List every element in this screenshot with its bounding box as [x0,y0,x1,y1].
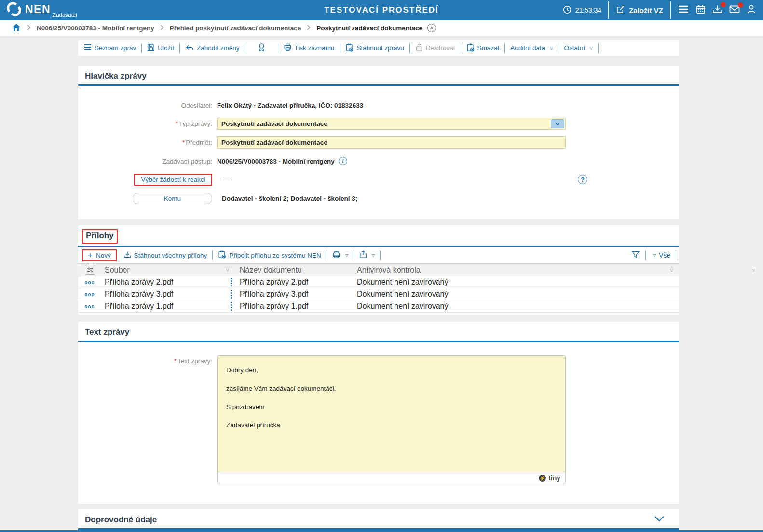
clipboard-delete-icon [466,43,475,53]
chevron-right-icon [160,25,164,32]
printer-icon [284,43,292,53]
dropdown-arrow-icon: ▽ [653,253,656,258]
unlock-icon [415,43,423,53]
expand-chevron-down-icon[interactable] [654,515,665,524]
attachment-row[interactable]: ooo Příloha zprávy 3.pdf Příloha zprávy … [78,288,679,300]
message-text-panel: Text zprávy *Text zprávy: Dobrý den, zas… [78,322,679,504]
session-time: 21:53:34 [575,6,602,14]
show-all-button[interactable]: Vše [659,251,670,259]
breadcrumb-item-overview[interactable]: Přehled poskytnutí zadávací dokumentace [170,25,301,32]
calendar-button[interactable] [696,4,706,16]
downloads-button[interactable] [712,4,722,16]
top-header: NEN Zadavatel TESTOVACÍ PROSTŘEDÍ 21:53:… [0,0,763,20]
printer-icon [332,251,341,260]
main-content: Seznam zpráv Uložit Zahodit změny [78,40,679,532]
breadcrumb-item-current: Poskytnutí zadávací dokumentace [316,25,422,32]
discard-changes-button[interactable]: Zahodit změny [185,44,240,53]
attachment-row[interactable]: ooo Příloha zprávy 1.pdf Příloha zprávy … [78,300,679,313]
nen-home-logo[interactable]: NEN Zadavatel [7,2,77,18]
attachments-panel: Přílohy + Nový Stáhnout všechny přílohy [78,225,679,315]
accompanying-data-panel: Doprovodné údaje [78,509,679,530]
attachments-filter-controls: ▽ Vše [631,250,677,260]
request-selection-button[interactable]: Výběr žádostí k reakci [134,174,212,186]
rich-text-editor: Dobrý den, zasíláme Vám zadávací dokumen… [217,355,566,484]
record-toolbar: Seznam zpráv Uložit Zahodit změny [78,40,679,56]
close-tab-icon[interactable]: ✕ [427,24,436,32]
session-clock: 21:53:34 [563,5,602,15]
breadcrumb-item-procedure[interactable]: N006/25/V00003783 - Mobilní rentgeny [37,25,154,32]
other-actions-button[interactable]: Ostatní ▽ [564,44,593,52]
print-attachments-button[interactable]: ▽ [332,251,348,260]
recipients-button[interactable]: Komu [133,193,212,204]
procedure-value: N006/25/V00003783 - Mobilní rentgeny i [217,157,347,165]
filter-funnel-icon[interactable] [631,250,640,260]
message-text-input[interactable]: Dobrý den, zasíláme Vám zadávací dokumen… [218,356,565,472]
subject-input[interactable]: Poskytnutí zadávací dokumentace [217,136,566,149]
tinymce-logo-icon: ⚡ [539,475,546,482]
audit-data-button[interactable]: Auditní data ▽ [510,44,553,52]
tinymce-brand[interactable]: tiny [548,474,560,482]
message-text-label: *Text zprávy: [78,355,217,365]
help-icon[interactable]: ? [578,175,587,184]
user-profile-button[interactable] [747,4,756,16]
toolbar-separator [354,250,354,260]
certificate-button[interactable] [258,43,266,53]
delete-button[interactable]: Smazat [466,43,500,53]
filter-arrow-icon[interactable]: ▽ [670,268,673,272]
row-menu-icon[interactable]: ooo [84,292,95,297]
hamburger-icon [678,5,689,15]
row-menu-icon[interactable]: ooo [84,304,95,309]
column-header-antivirus[interactable]: Antivirová kontrola ▽ [352,266,679,274]
share-export-icon [359,250,367,260]
message-type-select[interactable]: Poskytnutí zadávací dokumentace [217,118,566,130]
download-message-button[interactable]: Stáhnout zprávu [345,43,404,53]
message-type-label: *Typ zprávy: [78,120,217,127]
create-vz-button[interactable]: Založit VZ [616,5,663,16]
column-drag-handle-icon[interactable] [231,302,232,311]
required-marker: * [174,357,177,365]
info-icon[interactable]: i [339,157,347,165]
row-menu-icon[interactable]: ooo [84,280,95,285]
message-header-panel: Hlavička zprávy Odesílatel: Felix Okátý … [78,66,679,219]
filter-arrow-icon[interactable]: ▽ [226,268,229,272]
section-title-accompanying: Doprovodné údaje [78,509,157,528]
menu-button[interactable] [678,5,689,15]
message-type-row: *Typ zprávy: Poskytnutí zadávací dokumen… [78,118,679,130]
column-drag-handle-icon[interactable] [231,278,232,286]
toolbar-separator [245,43,245,53]
attachment-row[interactable]: ooo Příloha zprávy 2.pdf Příloha zprávy … [78,276,679,288]
column-settings-icon[interactable] [85,265,95,275]
column-header-document-name[interactable]: Název dokumentu ▽ [235,266,352,274]
chevron-right-icon [27,25,31,32]
antivirus-cell: Dokument není zavirovaný [352,278,679,286]
export-attachments-button[interactable]: ▽ [359,250,375,260]
required-marker: * [182,139,185,146]
attach-from-nen-button[interactable]: Připojit přílohu ze systému NEN [218,250,321,260]
select-chevron-down-icon[interactable] [551,119,564,128]
message-list-button[interactable]: Seznam zpráv [84,44,136,52]
column-drag-handle-icon[interactable] [231,290,232,299]
message-text-row: *Text zprávy: Dobrý den, zasíláme Vám za… [78,355,679,484]
toolbar-separator [598,43,599,53]
request-selection-value: — [223,176,230,183]
save-button[interactable]: Uložit [147,43,174,53]
download-all-attachments-button[interactable]: Stáhnout všechny přílohy [123,251,207,260]
dropdown-arrow-icon: ▽ [550,46,553,50]
attachments-table-header: Soubor ▽ Název dokumentu ▽ Antivirová ko… [78,263,679,276]
toolbar-separator [504,43,505,53]
messages-button[interactable] [729,5,740,15]
filter-arrow-icon[interactable]: ▽ [752,268,755,272]
procedure-label: Zadávací postup: [78,158,217,165]
home-icon[interactable] [12,23,21,33]
column-header-file[interactable]: Soubor ▽ [101,266,235,274]
message-header-form: Odesílatel: Felix Okátý - Zadavatel přír… [78,86,679,219]
new-attachment-button[interactable]: + Nový [82,249,117,261]
toolbar-separator [278,43,278,53]
print-record-button[interactable]: Tisk záznamu [284,43,335,53]
calendar-icon [696,4,706,16]
request-selection-button-cell: Výběr žádostí k reakci [78,174,217,186]
toolbar-separator [409,43,410,53]
undo-icon [185,44,194,53]
file-cell: Příloha zprávy 2.pdf [101,278,235,286]
section-title-attachments: Přílohy [86,230,114,242]
